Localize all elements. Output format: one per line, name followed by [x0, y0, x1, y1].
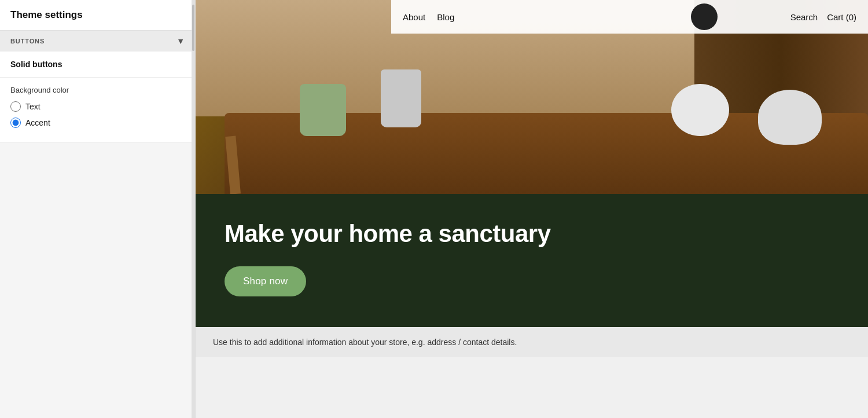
plant-pot-2	[381, 69, 421, 127]
chevron-down-icon: ▼	[176, 36, 185, 46]
sidebar: Theme settings BUTTONS ▼ Solid buttons B…	[0, 0, 196, 418]
nav-blog[interactable]: Blog	[437, 12, 454, 22]
bg-color-section: Background color Text Accent	[0, 78, 195, 142]
nav-logo-circle	[691, 3, 718, 30]
nav-right: Search Cart (0)	[790, 12, 856, 22]
radio-text-row[interactable]: Text	[10, 101, 185, 112]
sidebar-header: Theme settings	[0, 0, 195, 31]
buttons-section-label: BUTTONS	[10, 38, 45, 45]
nav-left: About Blog	[403, 12, 454, 22]
theme-settings-title: Theme settings	[10, 9, 83, 20]
hero-text-section: Make your home a sanctuary Shop now	[196, 194, 868, 327]
solid-buttons-label: Solid buttons	[10, 60, 62, 69]
plant-pot-4	[758, 90, 822, 145]
shop-now-button[interactable]: Shop now	[225, 266, 306, 296]
buttons-section: BUTTONS ▼ Solid buttons Background color…	[0, 31, 195, 142]
radio-accent-row[interactable]: Accent	[10, 118, 185, 128]
radio-accent-input[interactable]	[10, 118, 21, 128]
radio-text-input[interactable]	[10, 101, 21, 112]
scrollbar-thumb	[192, 5, 194, 51]
hero-heading: Make your home a sanctuary	[225, 220, 839, 248]
plant-pot-1	[300, 84, 346, 136]
sidebar-scrollbar[interactable]	[192, 0, 195, 418]
nav-search[interactable]: Search	[790, 12, 818, 22]
background-color-label: Background color	[10, 86, 185, 94]
nav-about[interactable]: About	[403, 12, 425, 22]
content-wrapper: About Blog Search Cart (0) Make your hom…	[196, 0, 868, 418]
content-area: About Blog Search Cart (0) Make your hom…	[196, 0, 868, 418]
radio-accent-label: Accent	[25, 118, 50, 127]
radio-text-label: Text	[25, 102, 41, 111]
footer-info-bar: Use this to add additional information a…	[196, 327, 868, 357]
buttons-section-toggle[interactable]: BUTTONS ▼	[0, 31, 195, 52]
plant-pot-3	[671, 84, 729, 136]
nav-bar: About Blog Search Cart (0)	[391, 0, 868, 34]
nav-cart[interactable]: Cart (0)	[827, 12, 856, 22]
footer-info-text: Use this to add additional information a…	[213, 338, 517, 347]
solid-buttons-row: Solid buttons	[0, 52, 195, 78]
